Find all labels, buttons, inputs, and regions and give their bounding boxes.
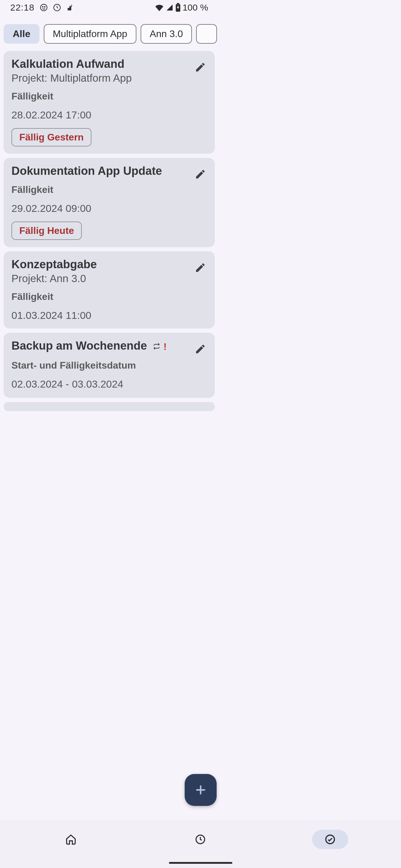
priority-icon: ! — [164, 341, 167, 352]
task-card[interactable]: Konzeptabgabe Projekt: Ann 3.0 Fälligkei… — [4, 251, 215, 329]
signal-icon — [166, 4, 173, 11]
filter-chip-multiplatform-app[interactable]: Multiplatform App — [44, 24, 136, 44]
task-project: Projekt: Multiplatform App — [11, 72, 207, 84]
battery-icon — [175, 3, 181, 12]
edit-button[interactable] — [193, 167, 208, 181]
task-due-date: 01.03.2024 11:00 — [11, 310, 207, 321]
task-title: Konzeptabgabe — [11, 258, 207, 271]
data-icon — [66, 4, 74, 11]
face-icon — [40, 4, 48, 11]
svg-point-2 — [45, 7, 45, 7]
chip-label: Alle — [13, 28, 30, 39]
battery-text: 100 % — [182, 2, 208, 13]
pencil-icon — [195, 343, 206, 355]
wifi-icon — [155, 4, 164, 11]
chip-label: Ann 3.0 — [150, 28, 183, 39]
pencil-icon — [195, 61, 206, 73]
edit-button[interactable] — [193, 60, 208, 74]
pencil-icon — [195, 262, 206, 273]
svg-rect-5 — [70, 7, 71, 10]
status-bar: 22:18 — [0, 0, 219, 15]
task-card[interactable]: Backup am Wochenende ! Start- und Fällig… — [4, 333, 215, 398]
clock-icon — [53, 4, 61, 11]
task-title-text: Backup am Wochenende — [11, 339, 147, 352]
task-due-date: 02.03.2024 - 03.03.2024 — [11, 378, 207, 390]
filter-chip-overflow[interactable] — [196, 24, 217, 44]
edit-button[interactable] — [193, 260, 208, 275]
filter-chip-all[interactable]: Alle — [4, 24, 39, 44]
edit-button[interactable] — [193, 342, 208, 356]
svg-point-1 — [42, 7, 44, 7]
pencil-icon — [195, 168, 206, 180]
task-due-label: Start- und Fälligkeitsdatum — [11, 360, 207, 371]
task-due-date: 29.02.2024 09:00 — [11, 203, 207, 214]
status-right: 100 % — [155, 2, 208, 13]
task-due-label: Fälligkeit — [11, 91, 207, 102]
task-due-label: Fälligkeit — [11, 291, 207, 302]
svg-rect-4 — [67, 8, 69, 10]
status-left: 22:18 — [10, 2, 74, 13]
task-title: Backup am Wochenende ! — [11, 339, 207, 353]
svg-point-0 — [40, 4, 47, 11]
task-list[interactable]: Kalkulation Aufwand Projekt: Multiplatfo… — [0, 48, 219, 411]
task-card[interactable]: Dokumentation App Update Fälligkeit 29.0… — [4, 158, 215, 247]
task-due-label: Fälligkeit — [11, 184, 207, 195]
task-card[interactable]: Kalkulation Aufwand Projekt: Multiplatfo… — [4, 51, 215, 154]
status-time: 22:18 — [10, 2, 34, 13]
status-badge: Fällig Heute — [11, 221, 82, 240]
filter-chip-ann-3-0[interactable]: Ann 3.0 — [141, 24, 192, 44]
task-project: Projekt: Ann 3.0 — [11, 273, 207, 284]
status-badge: Fällig Gestern — [11, 128, 91, 147]
chip-label: Multiplatform App — [53, 28, 127, 39]
filter-row[interactable]: Alle Multiplatform App Ann 3.0 — [0, 15, 219, 48]
svg-rect-7 — [177, 3, 179, 4]
task-due-date: 28.02.2024 17:00 — [11, 109, 207, 121]
task-title: Dokumentation App Update — [11, 164, 207, 178]
repeat-icon — [153, 340, 161, 353]
task-card[interactable] — [4, 402, 215, 411]
task-title: Kalkulation Aufwand — [11, 58, 207, 71]
